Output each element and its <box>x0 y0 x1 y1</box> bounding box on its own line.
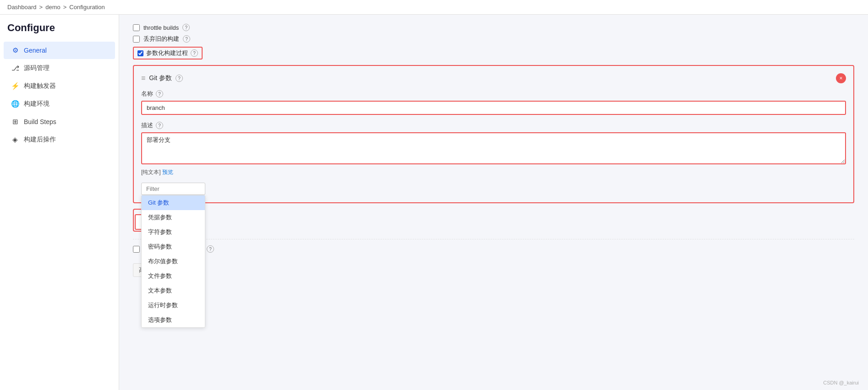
breadcrumb-sep1: > <box>39 4 43 11</box>
filter-input[interactable] <box>141 183 205 195</box>
discard-old-checkbox[interactable] <box>133 36 140 43</box>
dropdown-item-string[interactable]: 字符参数 <box>142 225 205 239</box>
sidebar-item-label-source: 源码管理 <box>24 64 49 72</box>
concurrent-build-row: 在必要的时候并发构建 ? <box>133 245 854 253</box>
watermark: CSDN @_kairui <box>823 380 859 385</box>
sidebar-item-label-trigger: 构建触发器 <box>24 82 56 90</box>
plain-text-label: [纯文本] <box>141 169 161 175</box>
env-icon: 🌐 <box>11 100 19 108</box>
dropdown-item-runtime[interactable]: 运行时参数 <box>142 298 205 313</box>
param-title: Git 参数 <box>149 74 172 82</box>
sidebar-item-label-env: 构建环境 <box>24 100 49 108</box>
add-param-wrapper: 添加参数 ▼ <box>133 209 854 232</box>
main-content: throttle builds ? 丢弃旧的构建 ? 参数化构建过程 ? ≡ G… <box>119 15 868 390</box>
git-param-block: ≡ Git 参数 ? × 名称 ? 描述 ? [纯文本] 预览 <box>133 65 854 203</box>
desc-textarea[interactable] <box>141 132 846 164</box>
concurrent-help-icon[interactable]: ? <box>207 245 214 253</box>
discard-help-icon[interactable]: ? <box>183 35 190 43</box>
sidebar-item-label-post-build: 构建后操作 <box>24 135 56 144</box>
dropdown-item-password[interactable]: 密码参数 <box>142 239 205 254</box>
sidebar-item-post-build[interactable]: ◈ 构建后操作 <box>4 131 115 148</box>
breadcrumb-current: Configuration <box>69 4 104 11</box>
divider <box>133 239 854 239</box>
parametrize-row-highlighted: 参数化构建过程 ? <box>133 47 203 60</box>
trigger-icon: ⚡ <box>11 82 19 90</box>
preview-link[interactable]: 预览 <box>162 169 173 175</box>
throttle-builds-label: throttle builds <box>143 24 179 31</box>
throttle-help-icon[interactable]: ? <box>182 24 190 31</box>
dropdown-item-file[interactable]: 文件参数 <box>142 269 205 283</box>
sidebar-item-label-general: General <box>24 47 47 54</box>
parametrize-label: 参数化构建过程 <box>146 49 188 57</box>
dropdown-item-git[interactable]: Git 参数 <box>142 195 205 210</box>
gear-icon: ⚙ <box>11 46 19 54</box>
steps-icon: ⊞ <box>11 118 19 126</box>
breadcrumb-dashboard[interactable]: Dashboard <box>7 4 37 11</box>
drag-handle-icon[interactable]: ≡ <box>141 74 145 82</box>
sidebar-item-general[interactable]: ⚙ General <box>4 42 115 59</box>
name-help-icon[interactable]: ? <box>156 90 163 98</box>
param-type-dropdown-wrapper: Git 参数 凭据参数 字符参数 密码参数 布尔值参数 文件参数 文本参数 运行… <box>141 183 205 195</box>
parametrize-checkbox[interactable] <box>137 50 143 56</box>
discard-old-row: 丢弃旧的构建 ? <box>133 35 854 43</box>
desc-field-label: 描述 ? <box>141 121 846 130</box>
breadcrumb-demo[interactable]: demo <box>45 4 60 11</box>
name-field-label: 名称 ? <box>141 90 846 98</box>
breadcrumb-sep2: > <box>63 4 67 11</box>
post-icon: ◈ <box>11 135 19 144</box>
sidebar-item-label-build-steps: Build Steps <box>24 118 56 125</box>
dropdown-item-credential[interactable]: 凭据参数 <box>142 210 205 225</box>
dropdown-item-boolean[interactable]: 布尔值参数 <box>142 254 205 269</box>
param-close-button[interactable]: × <box>836 73 846 83</box>
parametrize-help-icon[interactable]: ? <box>191 49 198 57</box>
dropdown-menu: Git 参数 凭据参数 字符参数 密码参数 布尔值参数 文件参数 文本参数 运行… <box>141 195 205 328</box>
sidebar-item-build-steps[interactable]: ⊞ Build Steps <box>4 113 115 130</box>
sidebar-item-trigger[interactable]: ⚡ 构建触发器 <box>4 77 115 95</box>
sidebar-item-env[interactable]: 🌐 构建环境 <box>4 95 115 113</box>
throttle-builds-checkbox[interactable] <box>133 24 140 31</box>
concurrent-build-checkbox[interactable] <box>133 246 140 253</box>
dropdown-item-text[interactable]: 文本参数 <box>142 283 205 298</box>
branch-icon: ⎇ <box>11 64 19 72</box>
param-help-icon[interactable]: ? <box>176 75 183 82</box>
sidebar-title: Configure <box>0 22 119 41</box>
name-input[interactable] <box>141 101 846 115</box>
breadcrumb: Dashboard > demo > Configuration <box>0 0 868 15</box>
throttle-builds-row: throttle builds ? <box>133 24 854 31</box>
desc-help-icon[interactable]: ? <box>156 122 163 129</box>
sidebar: Configure ⚙ General ⎇ 源码管理 ⚡ 构建触发器 🌐 构建环… <box>0 15 119 390</box>
sidebar-item-source[interactable]: ⎇ 源码管理 <box>4 60 115 77</box>
discard-old-label: 丢弃旧的构建 <box>143 35 179 43</box>
preview-row: [纯文本] 预览 <box>141 168 846 176</box>
dropdown-item-option[interactable]: 选项参数 <box>142 313 205 327</box>
param-header: ≡ Git 参数 ? × <box>141 73 846 83</box>
